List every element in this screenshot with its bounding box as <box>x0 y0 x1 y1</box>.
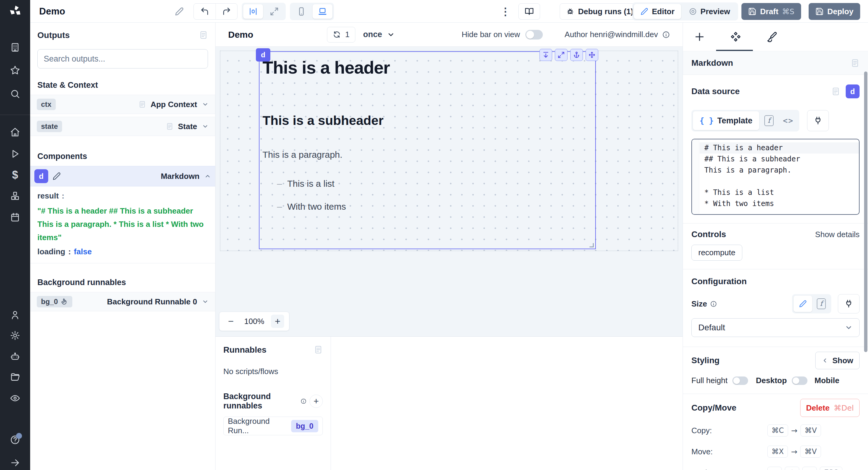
bg0-badge: bg_0 <box>37 296 72 307</box>
deploy-button[interactable]: Deploy <box>809 3 860 20</box>
chevron-up-icon[interactable] <box>204 173 211 179</box>
list-item: With two items <box>287 202 589 212</box>
undo-button[interactable] <box>194 4 216 19</box>
home-icon[interactable] <box>10 127 20 137</box>
function-mode-button[interactable]: f <box>813 296 830 312</box>
help-icon[interactable] <box>10 435 20 445</box>
code-line[interactable]: * This is a list <box>700 187 859 198</box>
list-item: This is a list <box>287 179 589 189</box>
more-options-kebab-icon[interactable]: ⋮ <box>500 4 510 19</box>
scrollbar-thumb[interactable] <box>864 71 867 352</box>
code-line[interactable]: * With two items <box>700 198 859 209</box>
static-mode-button[interactable] <box>794 296 812 312</box>
panel-doc-icon[interactable] <box>199 30 208 39</box>
preview-tab[interactable]: Preview <box>682 4 737 19</box>
resize-handle[interactable] <box>590 243 594 247</box>
resources-cubes-icon[interactable] <box>10 191 20 201</box>
background-runnable-name: Background Run... <box>228 417 291 435</box>
users-icon[interactable] <box>10 310 20 320</box>
rename-component-pencil-icon[interactable] <box>53 172 61 180</box>
styling-title: Styling <box>691 356 719 365</box>
full-width-button[interactable] <box>264 4 284 19</box>
connect-plug-button[interactable] <box>807 110 829 131</box>
data-source-title: Data source <box>691 87 740 96</box>
fullscreen-handle[interactable] <box>555 49 567 61</box>
debug-runs-button[interactable]: Debug runs (1) <box>560 3 640 20</box>
desktop-toggle[interactable] <box>792 377 807 385</box>
markdown-component[interactable]: d <box>259 51 596 249</box>
chevron-down-icon[interactable] <box>202 101 209 108</box>
code-mode-button[interactable]: <> <box>779 111 798 130</box>
chevron-down-icon[interactable] <box>202 123 209 130</box>
desktop-view-button[interactable] <box>313 4 333 19</box>
editor-tab[interactable]: Editor <box>634 4 681 19</box>
centered-width-button[interactable] <box>243 4 263 19</box>
search-icon[interactable] <box>10 89 20 99</box>
component-id-badge[interactable]: d <box>846 85 860 98</box>
anchor-handle[interactable] <box>570 49 583 61</box>
collapse-rail-arrow-icon[interactable] <box>10 458 20 468</box>
component-badge[interactable]: d <box>256 48 270 62</box>
bg-runnables-title: Background runnables <box>223 392 298 411</box>
windmill-logo-icon[interactable] <box>7 4 23 19</box>
add-background-runnable-button[interactable]: + <box>310 394 323 408</box>
full-height-toggle[interactable] <box>733 377 748 385</box>
draft-button[interactable]: Draft ⌘S <box>741 3 801 20</box>
function-mode-button[interactable]: f <box>760 111 778 130</box>
background-runnable-item[interactable]: Background Run... bg_0 <box>223 417 323 435</box>
ctx-row[interactable]: ctx App Context <box>30 95 215 114</box>
delete-button[interactable]: Delete ⌘Del <box>800 399 860 417</box>
folders-icon[interactable] <box>10 372 20 382</box>
rename-app-pencil-icon[interactable] <box>175 4 184 19</box>
redo-button[interactable] <box>216 4 237 19</box>
hide-bar-toggle[interactable] <box>525 30 543 39</box>
editor-gutter <box>692 139 699 214</box>
zoom-out-button[interactable]: − <box>224 315 238 328</box>
tab-styling-brush-icon[interactable] <box>766 31 778 43</box>
docs-book-button[interactable] <box>518 3 540 20</box>
canvas-area[interactable]: d <box>216 47 683 336</box>
variables-dollar-icon[interactable]: $ <box>12 170 18 180</box>
workspace-icon[interactable] <box>10 42 20 53</box>
refresh-mode-dropdown[interactable]: once <box>363 30 395 39</box>
show-details-link[interactable]: Show details <box>815 230 860 239</box>
template-mode-button[interactable]: { } Template <box>693 111 759 130</box>
workers-robot-icon[interactable] <box>10 351 20 362</box>
panel-doc-icon[interactable] <box>850 59 860 67</box>
info-icon[interactable] <box>662 31 670 39</box>
size-select[interactable]: Default <box>691 318 860 337</box>
copymove-title: Copy/Move <box>691 403 736 413</box>
audit-eye-icon[interactable] <box>10 393 20 403</box>
tab-insert-plus-icon[interactable] <box>693 31 706 43</box>
move-handle[interactable] <box>586 49 598 61</box>
template-code-editor[interactable]: # This is a header ## This is a subheade… <box>691 139 860 215</box>
chevron-down-icon[interactable] <box>202 298 209 305</box>
kbd-chip: ⌘V <box>800 446 821 458</box>
code-line[interactable]: # This is a header <box>700 142 859 153</box>
connect-plug-button[interactable] <box>838 294 860 314</box>
styling-show-button[interactable]: Show <box>815 352 860 369</box>
bg0-row[interactable]: bg_0 Background Runnable 0 <box>30 292 215 311</box>
function-icon: f <box>764 115 774 126</box>
canvas-grid[interactable]: d <box>220 51 678 251</box>
panel-doc-icon[interactable] <box>314 345 323 354</box>
mobile-view-button[interactable] <box>291 4 311 19</box>
favorites-star-icon[interactable] <box>10 65 20 76</box>
refresh-count-button[interactable]: 1 <box>327 27 355 42</box>
doc-icon[interactable] <box>831 87 840 96</box>
search-outputs-input[interactable] <box>44 54 202 64</box>
recompute-button[interactable]: recompute <box>691 245 742 261</box>
component-d-row[interactable]: d Markdown <box>30 166 215 186</box>
code-line[interactable]: ## This is a subheader <box>700 153 859 165</box>
expand-down-handle[interactable] <box>539 49 552 61</box>
ctx-label: App Context <box>150 100 197 109</box>
schedules-calendar-icon[interactable] <box>10 212 20 222</box>
settings-gear-icon[interactable] <box>10 330 20 341</box>
tab-settings-components-icon[interactable] <box>730 31 742 43</box>
state-row[interactable]: state State <box>30 117 215 136</box>
copy-shortcut-row: Copy: ⌘C → ⌘V <box>691 423 860 438</box>
runs-play-icon[interactable] <box>10 149 20 159</box>
zoom-in-button[interactable]: + <box>271 315 284 328</box>
code-line[interactable] <box>700 176 859 187</box>
code-line[interactable]: This is a paragraph. <box>700 165 859 176</box>
